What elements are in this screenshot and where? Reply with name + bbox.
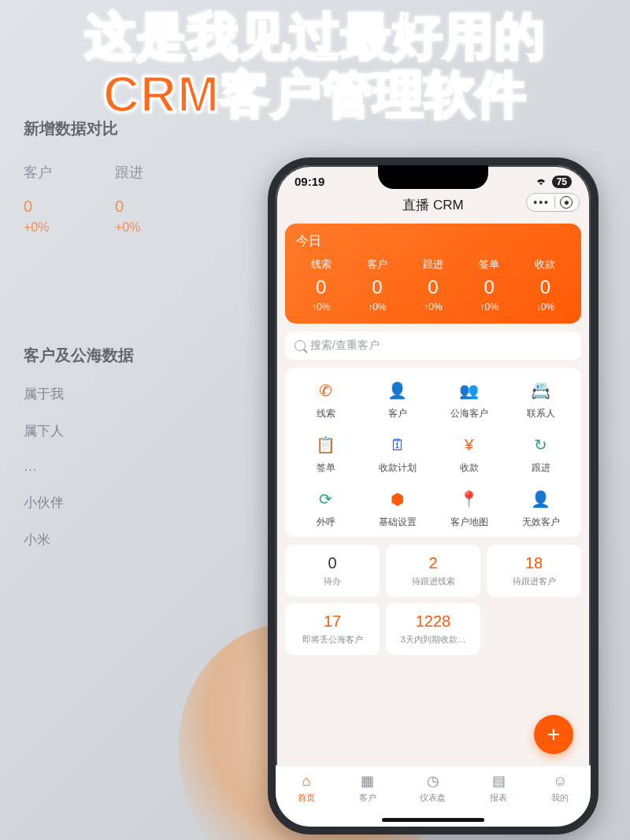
quick-actions-grid: ✆线索👤客户👥公海客户📇联系人📋签单🗓收款计划¥收款↻跟进⟳外呼⬢基础设置📍客户… (285, 368, 581, 537)
grid-contacts[interactable]: 📇联系人 (505, 379, 576, 420)
grid-payment-plan[interactable]: 🗓收款计划 (361, 433, 433, 475)
dashboard-col-客户[interactable]: 客户0↑0% (349, 257, 405, 313)
status-time: 09:19 (295, 175, 324, 188)
app-title: 直播 CRM (402, 196, 463, 214)
grid-contacts-icon: 📇 (529, 379, 553, 402)
grid-outbound-icon: ⟳ (314, 487, 338, 511)
stat-tile[interactable]: 0待办 (285, 545, 380, 597)
grid-invalid[interactable]: 👤无效客户 (505, 487, 576, 529)
tab-customers-icon: ▦ (359, 772, 376, 790)
dashboard-col-跟进[interactable]: 跟进0↑0% (405, 257, 461, 313)
grid-payment-plan-icon: 🗓 (386, 433, 410, 457)
tab-reports[interactable]: ▤报表 (490, 772, 507, 804)
search-placeholder: 搜索/查重客户 (310, 339, 380, 353)
grid-followup-icon: ↻ (529, 433, 553, 457)
tab-dashboard[interactable]: ◷仪表盘 (420, 772, 446, 804)
tab-home-icon: ⌂ (298, 772, 315, 790)
grid-public-customers-icon: 👥 (458, 379, 481, 402)
grid-payment-icon: ¥ (458, 433, 481, 457)
grid-settings[interactable]: ⬢基础设置 (361, 487, 433, 529)
grid-payment[interactable]: ¥收款 (433, 433, 505, 475)
miniprogram-controls[interactable]: ••• (526, 193, 580, 212)
close-miniprogram-icon[interactable] (560, 196, 573, 209)
phone-notch (378, 165, 488, 189)
grid-leads[interactable]: ✆线索 (290, 379, 361, 420)
tab-mine[interactable]: ☺我的 (551, 772, 569, 804)
tab-dashboard-icon: ◷ (424, 772, 442, 790)
dashboard-col-线索[interactable]: 线索0↑0% (293, 257, 349, 313)
app-header: 直播 CRM ••• (276, 191, 591, 219)
dashboard-col-收款[interactable]: 收款0↓0% (517, 257, 573, 313)
dashboard-col-签单[interactable]: 签单0↑0% (461, 257, 517, 313)
grid-sign[interactable]: 📋签单 (290, 433, 361, 475)
grid-outbound[interactable]: ⟳外呼 (290, 487, 361, 529)
grid-public-customers[interactable]: 👥公海客户 (433, 379, 505, 420)
stat-tiles: 0待办2待跟进线索18待跟进客户17即将丢公海客户12283天内到期收款… (285, 545, 581, 655)
overlay-headline: 这是我见过最好用的CRM客户管理软件 (0, 8, 630, 124)
stat-tile[interactable]: 18待跟进客户 (487, 545, 581, 597)
grid-customers-icon: 👤 (386, 379, 410, 402)
bottom-tab-bar: ⌂首页▦客户◷仪表盘▤报表☺我的 (276, 765, 591, 827)
tab-customers[interactable]: ▦客户 (359, 772, 376, 804)
stat-tile[interactable]: 17即将丢公海客户 (285, 603, 380, 655)
search-icon (295, 340, 306, 351)
grid-invalid-icon: 👤 (529, 487, 553, 511)
grid-followup[interactable]: ↻跟进 (505, 433, 576, 475)
search-input[interactable]: 搜索/查重客户 (285, 331, 581, 360)
grid-sign-icon: 📋 (314, 433, 338, 457)
wifi-icon (535, 175, 547, 188)
grid-customers[interactable]: 👤客户 (361, 379, 433, 420)
tab-home[interactable]: ⌂首页 (298, 772, 315, 804)
stat-tile[interactable]: 2待跟进线索 (386, 545, 480, 597)
add-button[interactable]: + (534, 715, 573, 754)
tab-reports-icon: ▤ (490, 772, 507, 790)
plus-icon: + (547, 722, 560, 747)
grid-settings-icon: ⬢ (386, 487, 410, 511)
today-dashboard-card: 今日 线索0↑0%客户0↑0%跟进0↑0%签单0↑0%收款0↓0% (285, 224, 581, 324)
more-icon[interactable]: ••• (533, 196, 555, 209)
tab-mine-icon: ☺ (551, 772, 569, 790)
phone-frame: 09:19 75 直播 CRM ••• 今日 线索0↑0%客户0↑0%跟进0↑0… (268, 157, 598, 834)
stat-tile[interactable]: 12283天内到期收款… (386, 603, 480, 655)
grid-leads-icon: ✆ (314, 379, 338, 402)
grid-map-icon: 📍 (458, 487, 481, 511)
home-indicator (382, 818, 484, 822)
dashboard-title: 今日 (293, 233, 573, 250)
battery-level: 75 (552, 176, 572, 188)
grid-map[interactable]: 📍客户地图 (433, 487, 505, 529)
